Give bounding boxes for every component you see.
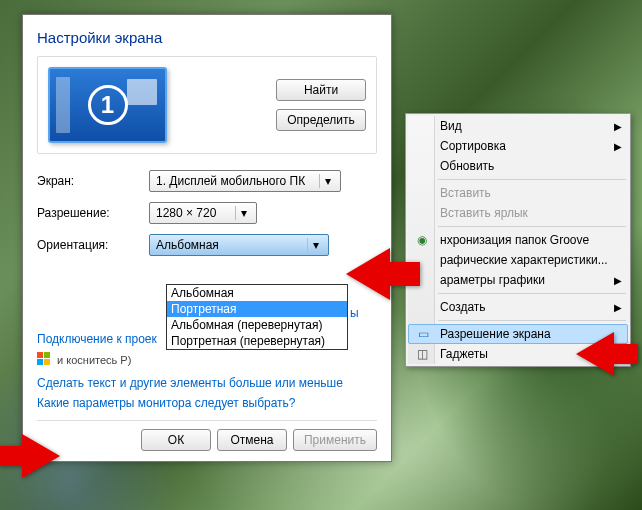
annotation-arrow — [576, 332, 614, 376]
monitor-preview[interactable]: 1 — [48, 67, 167, 143]
ctx-refresh[interactable]: Обновить — [408, 156, 628, 176]
orientation-option[interactable]: Портретная (перевернутая) — [167, 333, 347, 349]
separator — [438, 179, 626, 180]
find-button[interactable]: Найти — [276, 79, 366, 101]
identify-button[interactable]: Определить — [276, 109, 366, 131]
which-params-link[interactable]: Какие параметры монитора следует выбрать… — [37, 396, 377, 410]
ctx-groove-sync[interactable]: ◉ нхронизация папок Groove — [408, 230, 628, 250]
submenu-arrow-icon: ▶ — [614, 141, 622, 152]
apply-button[interactable]: Применить — [293, 429, 377, 451]
chevron-down-icon: ▾ — [319, 174, 336, 188]
orientation-label: Ориентация: — [37, 238, 149, 252]
screen-select[interactable]: 1. Дисплей мобильного ПК ▾ — [149, 170, 341, 192]
textsize-link[interactable]: Сделать текст и другие элементы больше и… — [37, 376, 377, 390]
cancel-button[interactable]: Отмена — [217, 429, 287, 451]
separator — [438, 293, 626, 294]
separator — [438, 226, 626, 227]
orientation-option[interactable]: Альбомная (перевернутая) — [167, 317, 347, 333]
separator — [438, 320, 626, 321]
submenu-arrow-icon: ▶ — [614, 302, 622, 313]
orientation-select[interactable]: Альбомная ▾ — [149, 234, 329, 256]
annotation-arrow — [346, 248, 390, 300]
orientation-option[interactable]: Альбомная — [167, 285, 347, 301]
submenu-arrow-icon: ▶ — [614, 275, 622, 286]
gadgets-icon: ◫ — [414, 346, 430, 362]
submenu-arrow-icon: ▶ — [614, 121, 622, 132]
screen-label: Экран: — [37, 174, 149, 188]
ctx-view[interactable]: Вид▶ — [408, 116, 628, 136]
orientation-option-selected[interactable]: Портретная — [167, 301, 347, 317]
groove-icon: ◉ — [414, 232, 430, 248]
ctx-create[interactable]: Создать▶ — [408, 297, 628, 317]
chevron-down-icon: ▾ — [307, 238, 324, 252]
desktop-context-menu: Вид▶ Сортировка▶ Обновить Вставить Встав… — [405, 113, 631, 367]
chevron-down-icon: ▾ — [235, 206, 252, 220]
monitor-number: 1 — [88, 85, 128, 125]
monitor-icon: ▭ — [415, 326, 431, 342]
separator — [37, 420, 377, 421]
annotation-arrow — [22, 434, 60, 478]
truncated-text: ы — [350, 306, 359, 320]
dialog-title: Настройки экрана — [37, 29, 377, 46]
ctx-gfx-characteristics[interactable]: рафические характеристики... — [408, 250, 628, 270]
resolution-label: Разрешение: — [37, 206, 149, 220]
ctx-paste-shortcut: Вставить ярлык — [408, 203, 628, 223]
ctx-gfx-params[interactable]: араметры графики▶ — [408, 270, 628, 290]
projector-hint: и коснитесь P) — [37, 352, 377, 366]
resolution-select[interactable]: 1280 × 720 ▾ — [149, 202, 257, 224]
ctx-sort[interactable]: Сортировка▶ — [408, 136, 628, 156]
ok-button[interactable]: ОК — [141, 429, 211, 451]
windows-key-icon — [37, 352, 51, 366]
orientation-dropdown-list[interactable]: Альбомная Портретная Альбомная (переверн… — [166, 284, 348, 350]
monitor-preview-group: 1 Найти Определить — [37, 56, 377, 154]
display-settings-dialog: Настройки экрана 1 Найти Определить Экра… — [22, 14, 392, 462]
ctx-paste: Вставить — [408, 183, 628, 203]
